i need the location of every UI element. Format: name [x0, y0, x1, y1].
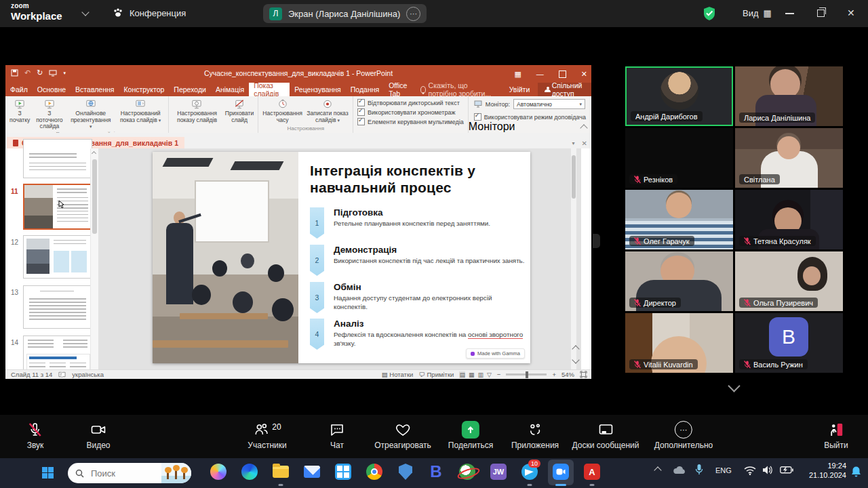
- chevron-down-icon[interactable]: [81, 8, 89, 16]
- gallery-collapse-chevron[interactable]: [728, 380, 740, 392]
- file-explorer-icon[interactable]: [271, 462, 290, 481]
- normal-view-button[interactable]: ▤: [459, 371, 465, 378]
- zoom-percentage[interactable]: 54%: [561, 371, 574, 378]
- search-highlight-image[interactable]: [161, 463, 191, 483]
- custom-slideshow-button[interactable]: Настроюваний показ слайдів: [115, 97, 166, 123]
- tab-design[interactable]: Конструктор: [119, 83, 169, 96]
- copilot-icon[interactable]: [209, 462, 228, 481]
- notes-button[interactable]: ▤ Нотатки: [382, 371, 414, 378]
- slide-scrollbar[interactable]: [571, 148, 576, 369]
- restore-button[interactable]: [817, 9, 825, 17]
- tab-shared-screen[interactable]: Л Экран (Лариса Данілішина) ⋯: [263, 4, 427, 23]
- tab-list-dropdown-icon[interactable]: ▾: [572, 140, 575, 146]
- shield-app-icon[interactable]: [396, 462, 415, 481]
- tab-review[interactable]: Рецензування: [290, 83, 345, 96]
- thumbnail-slide-12[interactable]: [23, 235, 92, 279]
- battery-icon[interactable]: [780, 466, 793, 474]
- tab-animations[interactable]: Анімація: [211, 83, 249, 96]
- tab-meeting[interactable]: Конференция: [112, 7, 186, 19]
- security-shield-icon[interactable]: [703, 6, 716, 21]
- ellipsis-icon[interactable]: ⋯: [406, 7, 420, 21]
- video-tile[interactable]: Резніков: [625, 128, 733, 188]
- tray-mic-icon[interactable]: [695, 464, 704, 476]
- tab-transitions[interactable]: Переходи: [169, 83, 211, 96]
- checkbox-media-controls[interactable]: Елементи керування мультимедіа: [357, 118, 464, 125]
- slide-canvas[interactable]: Інтеграція конспектів у навчальний проце…: [153, 152, 530, 363]
- telegram-icon[interactable]: 10: [520, 462, 539, 481]
- participants-button[interactable]: 20 Участники: [248, 421, 286, 450]
- chat-button[interactable]: Чат: [329, 421, 345, 450]
- microsoft-store-icon[interactable]: [334, 462, 353, 481]
- minimize-button[interactable]: [785, 13, 794, 14]
- whiteboards-button[interactable]: Доски сообщений: [572, 421, 639, 450]
- checkbox-use-timings[interactable]: Використовувати хронометраж: [357, 108, 464, 116]
- sign-in-button[interactable]: Увійти: [502, 85, 537, 94]
- video-tile[interactable]: Vitalii Kuvardin: [625, 313, 733, 373]
- video-tile[interactable]: В Василь Ружин: [735, 313, 843, 373]
- previous-slide-button[interactable]: [572, 345, 579, 352]
- thumbnail-slide-10[interactable]: [23, 139, 92, 178]
- video-tile[interactable]: Андрій Дарибогов: [625, 66, 733, 126]
- hide-slide-button[interactable]: Приховати слайд: [223, 97, 256, 123]
- ppt-restore-button[interactable]: [559, 70, 566, 78]
- video-button[interactable]: Видео: [86, 421, 110, 450]
- video-tile[interactable]: Олег Гарачук: [625, 190, 733, 249]
- video-tile[interactable]: Світлана: [735, 128, 843, 188]
- video-tile[interactable]: Ольга Пузиревич: [735, 251, 843, 311]
- taskbar-clock[interactable]: 19:24 21.10.2024: [807, 462, 846, 481]
- edge-icon[interactable]: [240, 462, 259, 481]
- thumbnail-slide-11-selected[interactable]: [23, 184, 94, 230]
- tab-close-icon[interactable]: ✕: [582, 140, 587, 147]
- record-slideshow-button[interactable]: Записати показ слайдів: [304, 97, 351, 123]
- slideshow-view-button[interactable]: ▽: [487, 371, 492, 378]
- checkbox-presenter-view[interactable]: Використовувати режим доповідача: [474, 113, 586, 121]
- planet-app-icon[interactable]: [458, 462, 477, 481]
- react-button[interactable]: Отреагировать: [374, 421, 431, 450]
- video-tile[interactable]: Тетяна Красуляк: [735, 190, 843, 249]
- apps-button[interactable]: Приложения: [511, 421, 559, 450]
- wifi-icon[interactable]: [744, 466, 756, 475]
- monitor-select[interactable]: Автоматично▾: [513, 99, 585, 109]
- rehearse-timings-button[interactable]: Настроювання часу: [260, 97, 304, 123]
- jw-app-icon[interactable]: JW: [489, 462, 508, 481]
- tab-slideshow[interactable]: Показ слайдів: [249, 83, 290, 96]
- zoom-slider[interactable]: [506, 373, 547, 375]
- spellcheck-icon[interactable]: [58, 371, 66, 378]
- volume-icon[interactable]: [762, 465, 773, 475]
- tab-home[interactable]: Основне: [33, 83, 71, 96]
- zoom-out-button[interactable]: −: [497, 371, 501, 378]
- fit-slide-icon[interactable]: [580, 371, 587, 378]
- video-strip-handle[interactable]: [593, 234, 600, 248]
- checkbox-play-narrations[interactable]: Відтворювати дикторський текст: [357, 99, 464, 106]
- comments-button[interactable]: 🗩 Примітки: [418, 371, 454, 378]
- taskbar-search[interactable]: [68, 463, 191, 483]
- search-input[interactable]: [90, 468, 157, 479]
- setup-slideshow-button[interactable]: Настроювання показу слайдів: [171, 97, 223, 123]
- reading-view-button[interactable]: ▥: [477, 371, 484, 378]
- thumbnail-scrollbar[interactable]: [90, 148, 98, 369]
- b-app-icon[interactable]: B: [427, 462, 446, 481]
- thumbnail-slide-13[interactable]: [23, 285, 92, 329]
- made-with-gamma-badge[interactable]: Made with Gamma: [466, 348, 525, 359]
- close-button[interactable]: ✕: [847, 7, 855, 18]
- present-online-button[interactable]: Онлайнове презентування: [66, 97, 115, 130]
- leave-button[interactable]: Выйти: [824, 421, 848, 450]
- language-indicator[interactable]: українська: [72, 371, 104, 378]
- next-slide-button[interactable]: [572, 356, 579, 363]
- video-tile[interactable]: Директор: [625, 251, 733, 311]
- notifications-bell-icon[interactable]: [851, 466, 861, 478]
- language-indicator[interactable]: ENG: [715, 466, 732, 474]
- ppt-minimize-button[interactable]: —: [536, 70, 544, 78]
- audio-button[interactable]: Звук: [27, 421, 44, 450]
- more-button[interactable]: ⋯ Дополнительно: [654, 421, 713, 450]
- chrome-icon[interactable]: [365, 462, 384, 481]
- ribbon-options-icon[interactable]: ▦: [514, 70, 521, 79]
- share-screen-button[interactable]: Поделиться: [448, 421, 493, 450]
- zoom-app-icon[interactable]: [551, 462, 570, 481]
- mail-icon[interactable]: [302, 462, 321, 481]
- ppt-close-button[interactable]: ✕: [581, 70, 587, 79]
- onedrive-cloud-icon[interactable]: [672, 465, 687, 475]
- tab-view[interactable]: Подання: [346, 83, 384, 96]
- video-tile[interactable]: Лариса Данілішина: [735, 66, 843, 126]
- acrobat-icon[interactable]: A: [583, 462, 601, 481]
